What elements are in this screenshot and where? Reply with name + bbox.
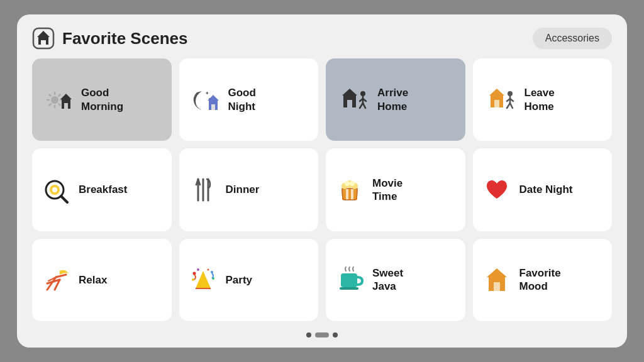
svg-line-10	[50, 104, 51, 105]
date-night-label: Date Night	[519, 183, 573, 196]
svg-line-57	[56, 275, 66, 277]
svg-line-9	[58, 94, 60, 96]
good-morning-icon	[42, 86, 72, 114]
sweet-java-label: SweetJava	[372, 266, 403, 293]
scene-tile-good-night[interactable]: ✦ ✦ GoodNight	[179, 58, 319, 141]
arrive-home-label: ArriveHome	[377, 86, 408, 113]
svg-rect-69	[494, 282, 500, 291]
sweet-java-icon	[336, 266, 364, 293]
svg-point-52	[350, 181, 355, 186]
svg-point-60	[192, 272, 196, 275]
svg-rect-46	[351, 189, 353, 200]
pagination-dots	[32, 332, 612, 337]
svg-rect-26	[494, 100, 499, 107]
scene-tile-date-night[interactable]: Date Night	[473, 148, 613, 231]
party-label: Party	[226, 273, 253, 287]
svg-rect-12	[64, 103, 68, 109]
svg-rect-16	[211, 104, 215, 110]
svg-rect-67	[340, 287, 358, 290]
header-left: Favorite Scenes	[32, 27, 187, 50]
main-card: Favorite Scenes Accessories	[17, 14, 627, 348]
relax-label: Relax	[79, 273, 107, 287]
good-night-label: GoodNight	[228, 86, 256, 113]
favorite-mood-icon	[483, 266, 511, 293]
leave-home-label: LeaveHome	[525, 86, 555, 113]
scenes-grid: GoodMorning ✦ ✦ GoodNight	[32, 58, 612, 321]
page-title: Favorite Scenes	[62, 29, 187, 48]
svg-line-36	[61, 196, 67, 202]
favorite-mood-label: FavoriteMood	[519, 266, 561, 293]
movie-time-icon	[336, 176, 364, 204]
svg-point-64	[197, 268, 199, 271]
scene-tile-leave-home[interactable]: LeaveHome	[473, 58, 613, 141]
svg-point-51	[345, 181, 350, 186]
pagination-dot-2[interactable]	[315, 332, 329, 337]
movie-time-label: MovieTime	[372, 177, 402, 204]
good-night-icon: ✦ ✦	[189, 86, 219, 114]
svg-point-35	[52, 187, 57, 192]
svg-rect-44	[346, 189, 348, 200]
good-morning-label: GoodMorning	[81, 86, 123, 113]
scene-tile-relax[interactable]: Relax	[32, 239, 172, 321]
home-icon	[32, 27, 55, 50]
scene-tile-sweet-java[interactable]: SweetJava	[326, 239, 465, 321]
svg-point-65	[207, 269, 209, 271]
svg-line-32	[510, 103, 513, 108]
accessories-button[interactable]: Accessories	[533, 28, 612, 49]
svg-point-61	[211, 271, 213, 273]
breakfast-label: Breakfast	[79, 183, 128, 196]
svg-marker-1	[37, 31, 50, 45]
dinner-icon	[189, 176, 217, 204]
svg-rect-45	[348, 189, 351, 200]
svg-line-24	[363, 103, 365, 108]
svg-rect-66	[341, 273, 357, 287]
scene-tile-favorite-mood[interactable]: FavoriteMood	[473, 239, 613, 321]
scene-tile-movie-time[interactable]: MovieTime	[326, 148, 465, 231]
scene-tile-dinner[interactable]: Dinner	[179, 148, 319, 231]
pagination-dot-3[interactable]	[333, 332, 338, 337]
svg-line-7	[50, 94, 51, 96]
pagination-dot-1[interactable]	[306, 332, 311, 337]
date-night-icon	[483, 176, 511, 204]
svg-point-63	[192, 278, 194, 281]
party-icon	[189, 266, 217, 293]
relax-icon	[42, 266, 70, 293]
header: Favorite Scenes Accessories	[32, 27, 612, 50]
scene-tile-party[interactable]: Party	[179, 239, 319, 321]
svg-point-2	[51, 96, 58, 104]
dinner-label: Dinner	[226, 183, 260, 196]
svg-text:✦: ✦	[205, 90, 209, 96]
scene-tile-breakfast[interactable]: Breakfast	[32, 148, 172, 231]
svg-marker-58	[196, 271, 211, 288]
breakfast-icon	[42, 176, 70, 204]
leave-home-icon	[483, 86, 516, 114]
svg-line-8	[58, 104, 60, 105]
scene-tile-arrive-home[interactable]: ArriveHome	[326, 58, 465, 141]
arrive-home-icon	[336, 86, 369, 114]
svg-rect-18	[347, 100, 352, 107]
scene-tile-good-morning[interactable]: GoodMorning	[32, 58, 172, 141]
